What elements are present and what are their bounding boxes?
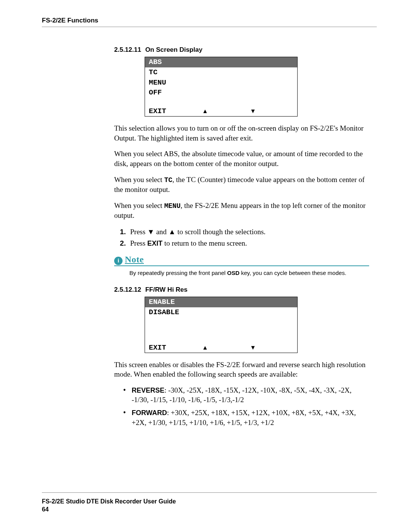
lcd-row-abs: ABS	[145, 57, 297, 67]
running-head: FS-2/2E Functions	[42, 17, 377, 24]
bullet-item-forward: FORWARD: +30X, +25X, +18X, +15X, +12X, +…	[132, 408, 369, 427]
note-label: Note	[125, 254, 144, 265]
lcd-row-tc: TC	[145, 67, 297, 78]
lcd-bottom-row: EXIT ▲ ▼	[145, 343, 297, 353]
lcd-row-disable: DISABLE	[145, 307, 297, 318]
lcd-exit-label: EXIT	[149, 107, 202, 115]
sans-bold-run: FORWARD	[132, 409, 167, 417]
text-run: By repeatedly pressing the front panel	[129, 270, 227, 276]
lcd-exit-label: EXIT	[149, 343, 202, 352]
note-header: i Note	[114, 254, 369, 266]
text-run: to return to the menu screen.	[162, 239, 247, 247]
page-container: FS-2/2E Functions 2.5.12.11 On Screen Di…	[0, 0, 411, 532]
lcd-spacer	[145, 326, 297, 334]
lcd-spacer	[145, 318, 297, 326]
mono-bold-run: MENU	[164, 202, 180, 210]
lcd-arrows: ▲ ▼	[202, 108, 256, 115]
info-icon: i	[114, 257, 123, 265]
section-number: 2.5.12.12	[114, 286, 141, 293]
lcd-display-ffrw: ENABLE DISABLE EXIT ▲ ▼	[145, 297, 369, 353]
section-heading-ffrw: 2.5.12.12 FF/RW Hi Res	[114, 286, 369, 294]
page-footer: FS-2/2E Studio DTE Disk Recorder User Gu…	[42, 492, 377, 514]
body-paragraph: When you select TC, the TC (Counter) tim…	[114, 175, 369, 195]
lcd-spacer	[145, 98, 297, 106]
mono-bold-run: TC	[164, 176, 172, 184]
body-paragraph: This screen enables or disables the FS-2…	[114, 360, 369, 379]
lcd-screen: ENABLE DISABLE EXIT ▲ ▼	[145, 297, 298, 353]
section-heading-osd: 2.5.12.11 On Screen Display	[114, 46, 369, 54]
header-rule	[42, 27, 377, 27]
note-block: i Note By repeatedly pressing the front …	[114, 254, 369, 277]
sans-bold-run: REVERSE	[132, 387, 164, 394]
triangle-up-icon: ▲	[202, 108, 208, 115]
triangle-up-icon: ▲	[202, 344, 208, 351]
text-run: : -30X, -25X, -18X, -15X, -12X, -10X, -8…	[132, 386, 352, 404]
section-number: 2.5.12.11	[114, 46, 141, 53]
text-run: and	[155, 228, 169, 236]
lcd-row-enable: ENABLE	[145, 297, 297, 307]
lcd-bottom-row: EXIT ▲ ▼	[145, 106, 297, 116]
text-run: Press	[130, 239, 147, 247]
step-item: Press EXIT to return to the menu screen.	[128, 238, 369, 249]
body-paragraph: When you select MENU, the FS-2/2E Menu a…	[114, 201, 369, 220]
footer-page-number: 64	[42, 505, 377, 514]
ordered-steps: Press ▼ and ▲ to scroll though the selec…	[114, 226, 369, 249]
triangle-down-icon: ▼	[250, 108, 256, 115]
footer-guide-title: FS-2/2E Studio DTE Disk Recorder User Gu…	[42, 497, 377, 506]
text-run: Press	[130, 228, 147, 236]
text-run: When you select	[114, 176, 164, 184]
triangle-up-icon: ▲	[169, 228, 176, 236]
lcd-spacer	[145, 334, 297, 343]
note-body: By repeatedly pressing the front panel O…	[129, 269, 369, 277]
lcd-row-menu: MENU	[145, 78, 297, 88]
text-run: key, you can cycle between these modes.	[239, 270, 346, 276]
text-run: to scroll though the selections.	[175, 228, 265, 236]
lcd-screen: ABS TC MENU OFF EXIT ▲ ▼	[145, 57, 298, 117]
content-column: 2.5.12.11 On Screen Display ABS TC MENU …	[114, 46, 369, 427]
footer-rule	[42, 492, 377, 493]
body-paragraph: When you select ABS, the absolute timeco…	[114, 149, 369, 168]
section-title: FF/RW Hi Res	[145, 286, 188, 293]
lcd-display-osd: ABS TC MENU OFF EXIT ▲ ▼	[145, 57, 369, 117]
triangle-down-icon: ▼	[250, 344, 256, 351]
sans-bold-run: EXIT	[147, 240, 162, 247]
section-title: On Screen Display	[145, 46, 202, 53]
body-paragraph: This selection allows you to turn on or …	[114, 123, 369, 143]
sans-bold-run: OSD	[227, 270, 240, 276]
triangle-down-icon: ▼	[147, 228, 155, 236]
step-item: Press ▼ and ▲ to scroll though the selec…	[128, 226, 369, 237]
lcd-row-off: OFF	[145, 88, 297, 98]
lcd-arrows: ▲ ▼	[202, 344, 256, 351]
text-run: When you select	[114, 201, 164, 209]
bullet-item-reverse: REVERSE: -30X, -25X, -18X, -15X, -12X, -…	[132, 385, 369, 405]
bullet-list: REVERSE: -30X, -25X, -18X, -15X, -12X, -…	[114, 385, 369, 428]
